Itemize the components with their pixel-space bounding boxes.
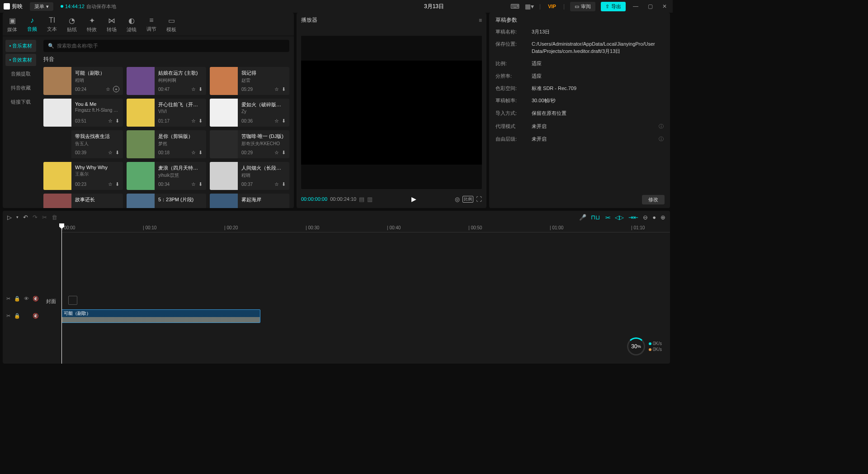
download-icon[interactable]: ⬇ — [198, 86, 203, 92]
star-icon[interactable]: ☆ — [191, 181, 196, 187]
music-card[interactable]: 雾起海岸 ☆ ⬇ — [210, 194, 289, 208]
asset-tab-音频[interactable]: ♪音频 — [26, 14, 38, 36]
audio-clip[interactable]: 可能（副歌） — [61, 309, 260, 323]
asset-tab-媒体[interactable]: ▣媒体 — [6, 14, 18, 36]
download-icon[interactable]: ⬇ — [282, 150, 286, 156]
undo-icon[interactable]: ↶ — [23, 214, 28, 221]
mute-icon[interactable]: 🔇 — [33, 296, 39, 302]
music-card[interactable]: 姑娘在远方 (主歌) 柯柯柯啊 00:47 ☆ ⬇ — [127, 67, 206, 95]
cut-icon[interactable]: ✂ — [6, 296, 10, 302]
music-card[interactable]: 人间烟火（长段落） 程哨 00:37 ☆ ⬇ — [210, 162, 289, 190]
ratio-button[interactable]: 比例 — [462, 196, 473, 203]
music-card[interactable]: 苦咖啡·唯一 (DJ版) 那奇沃夫/KKECHO 00:29 ☆ ⬇ — [210, 130, 289, 158]
layout-icon[interactable]: ▦▾ — [525, 3, 534, 10]
magnet-icon[interactable]: ⊓⊔ — [591, 214, 600, 221]
asset-tab-模板[interactable]: ▭模板 — [165, 14, 177, 36]
sidebar-item-3[interactable]: 抖音收藏 — [5, 82, 36, 94]
download-icon[interactable]: ⬇ — [115, 181, 119, 187]
star-icon[interactable]: ☆ — [274, 150, 279, 156]
asset-tab-调节[interactable]: ≡调节 — [146, 14, 157, 36]
focus-icon[interactable]: ◎ — [455, 196, 460, 203]
star-icon[interactable]: ☆ — [274, 181, 279, 187]
close-button[interactable]: ✕ — [660, 3, 669, 9]
download-icon[interactable]: ⬇ — [282, 86, 286, 92]
lock-icon[interactable]: 🔒 — [14, 296, 20, 302]
download-icon[interactable]: ⬇ — [115, 118, 119, 124]
fullscreen-icon[interactable]: ⛶ — [476, 196, 482, 203]
add-icon[interactable]: + — [113, 86, 119, 92]
eye-icon[interactable]: 👁 — [24, 296, 29, 302]
sidebar-item-4[interactable]: 链接下载 — [5, 96, 36, 108]
review-button[interactable]: ▭ 审阅 — [570, 2, 595, 11]
music-card[interactable]: 爱如火（破碎版）- Zy Zy 00:36 ☆ ⬇ — [210, 99, 289, 127]
star-icon[interactable]: ☆ — [108, 150, 113, 156]
star-icon[interactable]: ☆ — [274, 86, 279, 92]
music-card[interactable]: 可能（副歌） 程哨 00:24 ☆ + — [43, 67, 123, 95]
list-icon-2[interactable]: ▥ — [367, 196, 373, 203]
music-card[interactable]: 麦浪（四月天特别版） yihuik苡慧 00:34 ☆ ⬇ — [127, 162, 206, 190]
music-card[interactable]: 带我去找夜生活 告五人 00:39 ☆ ⬇ — [43, 130, 123, 158]
info-icon[interactable]: ⓘ — [659, 123, 664, 130]
star-icon[interactable]: ☆ — [108, 181, 113, 187]
download-icon[interactable]: ⬇ — [282, 181, 286, 187]
menu-button[interactable]: 菜单 ▾ — [30, 2, 53, 11]
star-icon[interactable]: ☆ — [191, 86, 196, 92]
cut-icon[interactable]: ✂ — [6, 313, 10, 319]
music-card[interactable]: You & Me Fingazz ft.H-Slang & Choco 03:5… — [43, 99, 123, 127]
mic-icon[interactable]: 🎤 — [579, 214, 586, 221]
minimize-button[interactable]: — — [631, 3, 640, 9]
music-card[interactable]: 我记得 赵雷 05:29 ☆ ⬇ — [210, 67, 289, 95]
mute-icon[interactable]: 🔇 — [33, 313, 39, 319]
star-icon[interactable]: ☆ — [274, 118, 279, 124]
music-card[interactable]: 5：23PM (片段) ☆ ⬇ — [127, 194, 206, 208]
player-menu-icon[interactable]: ≡ — [479, 17, 482, 24]
modify-button[interactable]: 修改 — [642, 195, 665, 204]
time-ruler[interactable]: | 00:00| 00:10| 00:20| 00:30| 00:40| 00:… — [61, 223, 670, 232]
music-card[interactable]: 是你（剪辑版） 梦然 00:18 ☆ ⬇ — [127, 130, 206, 158]
asset-tab-转场[interactable]: ⋈转场 — [106, 14, 118, 36]
zoom-in-icon[interactable]: ⊕ — [660, 214, 665, 221]
asset-tab-滤镜[interactable]: ◐滤镜 — [126, 14, 137, 36]
maximize-button[interactable]: ▢ — [646, 3, 655, 9]
sidebar-item-1[interactable]: • 音效素材 — [5, 54, 36, 66]
keyboard-icon[interactable]: ⌨ — [510, 3, 519, 10]
sidebar-item-2[interactable]: 音频提取 — [5, 68, 36, 80]
preview-icon[interactable]: ◁▷ — [615, 214, 624, 221]
asset-tab-文本[interactable]: TI文本 — [46, 14, 58, 36]
slider-icon[interactable]: ● — [652, 214, 656, 221]
asset-tab-特效[interactable]: ✦特效 — [86, 14, 98, 36]
search-input[interactable]: 🔍 搜索歌曲名称/歌手 — [43, 40, 289, 52]
link-icon[interactable]: ⫘ — [604, 214, 610, 221]
snap-icon[interactable]: ⇥⇤ — [628, 214, 638, 221]
split-icon[interactable]: ✂ — [42, 214, 47, 221]
star-icon[interactable]: ☆ — [191, 150, 196, 156]
music-card[interactable]: Why Why Why 王嘉尔 00:23 ☆ ⬇ — [43, 162, 123, 190]
star-icon[interactable]: ☆ — [108, 118, 113, 124]
delete-icon[interactable]: 🗑 — [52, 214, 57, 221]
redo-icon[interactable]: ↷ — [33, 214, 38, 221]
star-icon[interactable]: ☆ — [106, 86, 110, 92]
chevron-down-icon[interactable]: ▾ — [16, 215, 19, 219]
star-icon[interactable]: ☆ — [191, 118, 196, 124]
asset-tab-贴纸[interactable]: ◔贴纸 — [66, 14, 78, 36]
zoom-out-icon[interactable]: ⊖ — [643, 214, 648, 221]
playhead[interactable] — [61, 223, 62, 364]
list-icon[interactable]: ▤ — [359, 196, 364, 203]
play-button[interactable]: ▶ — [411, 195, 416, 203]
music-card[interactable]: 开心往前飞（开心超人联盟主题曲） VIVI 01:17 ☆ ⬇ — [127, 99, 206, 127]
music-card[interactable]: 故事还长 ☆ ⬇ — [43, 194, 123, 208]
pointer-tool-icon[interactable]: ▷ — [7, 214, 12, 221]
cover-thumbnail[interactable] — [68, 296, 77, 305]
export-button[interactable]: ⇧ 导出 — [601, 2, 626, 11]
vip-badge[interactable]: VIP — [546, 3, 558, 10]
download-icon[interactable]: ⬇ — [115, 150, 119, 156]
info-icon[interactable]: ⓘ — [659, 136, 664, 142]
download-icon[interactable]: ⬇ — [198, 150, 203, 156]
download-icon[interactable]: ⬇ — [198, 181, 203, 187]
music-title: You & Me — [75, 101, 119, 107]
sidebar-item-0[interactable]: • 音乐素材 — [5, 40, 36, 52]
player-viewport[interactable] — [301, 36, 482, 189]
download-icon[interactable]: ⬇ — [282, 118, 286, 124]
download-icon[interactable]: ⬇ — [198, 118, 203, 124]
lock-icon[interactable]: 🔒 — [14, 313, 20, 319]
